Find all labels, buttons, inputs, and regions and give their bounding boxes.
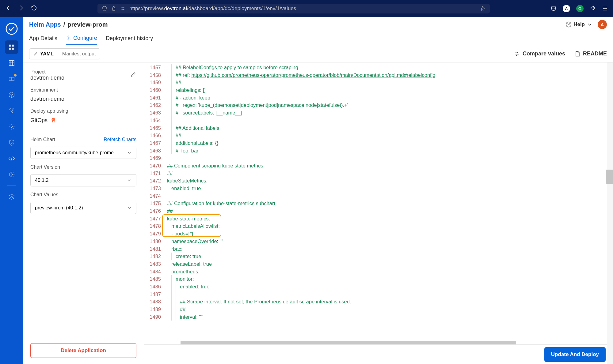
bookmark-star-icon[interactable] [480, 6, 485, 11]
line-gutter: 1457145814591460146114621463146414651466… [144, 62, 164, 344]
svg-point-2 [124, 9, 124, 10]
nav-reload-icon[interactable] [31, 5, 37, 13]
deploy-value: GitOps [30, 117, 48, 124]
delete-application-button[interactable]: Delete Application [30, 343, 136, 358]
minimap-thumb[interactable] [606, 170, 613, 184]
manifest-toggle[interactable]: Manifest output [58, 49, 100, 59]
argo-icon [50, 117, 57, 124]
minimap[interactable] [607, 62, 613, 344]
svg-point-12 [11, 111, 13, 113]
edit-project-button[interactable] [130, 71, 136, 79]
helm-label: Helm Chart [30, 137, 55, 142]
svg-point-15 [11, 174, 13, 175]
refetch-charts-link[interactable]: Refetch Charts [104, 137, 136, 142]
tab-app-details[interactable]: App Details [29, 32, 57, 45]
svg-rect-5 [12, 45, 14, 47]
config-panel: Project devtron-demo Environment devtron… [23, 62, 144, 364]
account-icon[interactable]: A [563, 5, 570, 12]
svg-rect-7 [12, 48, 14, 50]
horizontal-scrollbar[interactable] [181, 341, 516, 344]
yaml-toggle[interactable]: YAML [29, 49, 58, 59]
svg-point-19 [52, 119, 53, 120]
svg-point-14 [9, 172, 14, 177]
toggle-icon [120, 6, 126, 11]
tab-deployment-history[interactable]: Deployment history [106, 32, 153, 45]
sidebar-jobs[interactable] [5, 72, 18, 86]
svg-point-3 [6, 23, 17, 34]
svg-point-13 [11, 126, 13, 128]
breadcrumb-root[interactable]: Helm Apps [29, 21, 61, 28]
page-header: Helm Apps / preview-prom Help A [23, 17, 613, 32]
values-label: Chart Values [30, 192, 136, 197]
extension-icon[interactable]: G [576, 5, 584, 12]
readme-button[interactable]: README [574, 51, 607, 57]
extensions-icon[interactable] [590, 6, 596, 12]
svg-point-17 [68, 37, 70, 39]
sidebar-security[interactable] [5, 136, 18, 149]
editor-toolbar: YAML Manifest output Compare values READ… [23, 45, 613, 62]
sidebar-grid[interactable] [5, 56, 18, 70]
app-sidebar [0, 17, 23, 364]
user-avatar[interactable]: A [598, 20, 607, 29]
svg-rect-0 [112, 8, 115, 11]
tab-configure[interactable]: Configure [66, 32, 97, 45]
sidebar-apps[interactable] [5, 40, 18, 54]
sidebar-monitoring[interactable] [5, 104, 18, 118]
view-toggle: YAML Manifest output [29, 48, 100, 59]
svg-point-18 [52, 118, 55, 121]
sidebar-stack[interactable] [5, 190, 18, 204]
chart-select[interactable]: prometheus-community/kube-prome [30, 147, 136, 159]
chevron-down-icon [127, 178, 132, 183]
nav-back-icon[interactable] [5, 5, 12, 13]
deploy-label: Deploy app using [30, 108, 136, 114]
devtron-logo[interactable] [6, 23, 18, 35]
tabs-bar: App Details Configure Deployment history [23, 32, 613, 45]
sidebar-cube[interactable] [5, 88, 18, 102]
svg-point-1 [122, 7, 123, 8]
yaml-editor: 1457145814591460146114621463146414651466… [144, 62, 613, 364]
menu-icon[interactable] [602, 6, 608, 12]
version-select[interactable]: 40.1.2 [30, 174, 136, 186]
svg-rect-9 [12, 77, 14, 81]
project-value: devtron-demo [30, 75, 64, 81]
file-icon [574, 51, 581, 57]
chevron-down-icon [127, 205, 132, 210]
svg-point-20 [53, 119, 54, 120]
url-bar[interactable]: https://preview.devtron.ai/dashboard/app… [97, 4, 490, 13]
breadcrumb-sep: / [63, 21, 65, 28]
help-icon [565, 21, 572, 28]
project-label: Project [30, 69, 64, 75]
compare-values-button[interactable]: Compare values [514, 51, 565, 57]
sidebar-settings[interactable] [5, 168, 18, 181]
code-area[interactable]: 1457145814591460146114621463146414651466… [144, 62, 613, 344]
code-content[interactable]: ## RelabelConfigs to apply to samples be… [164, 62, 613, 344]
nav-forward-icon [18, 5, 25, 13]
help-button[interactable]: Help [565, 21, 593, 28]
values-select[interactable]: preview-prom (40.1.2) [30, 202, 136, 214]
shield-icon [102, 6, 107, 11]
env-value: devtron-demo [30, 96, 136, 102]
sidebar-code[interactable] [5, 152, 18, 165]
svg-rect-8 [9, 77, 11, 81]
gear-icon [66, 35, 71, 41]
sidebar-gear[interactable] [5, 120, 18, 133]
url-text: https://preview.devtron.ai/dashboard/app… [129, 6, 296, 12]
version-label: Chart Version [30, 164, 136, 170]
pocket-icon[interactable] [550, 6, 557, 12]
env-label: Environment [30, 87, 136, 93]
compare-icon [514, 51, 520, 57]
editor-footer: Update And Deploy [144, 344, 613, 364]
chevron-down-icon [587, 21, 593, 28]
browser-bar: https://preview.devtron.ai/dashboard/app… [0, 0, 613, 17]
lock-icon [111, 6, 116, 11]
pencil-icon [34, 51, 38, 56]
svg-rect-4 [9, 45, 11, 47]
update-deploy-button[interactable]: Update And Deploy [544, 347, 606, 362]
chevron-down-icon [127, 150, 132, 155]
svg-rect-6 [9, 48, 11, 50]
breadcrumb-current: preview-prom [67, 21, 108, 28]
